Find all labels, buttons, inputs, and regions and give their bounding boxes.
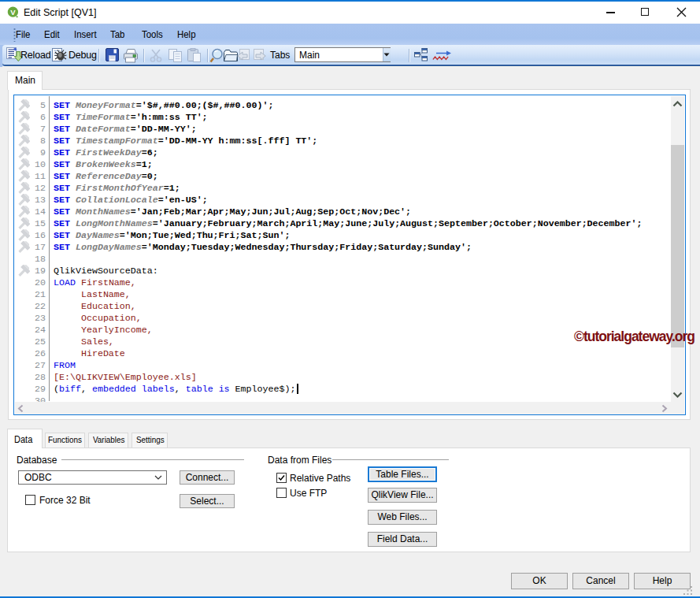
svg-text:V: V bbox=[10, 8, 16, 17]
